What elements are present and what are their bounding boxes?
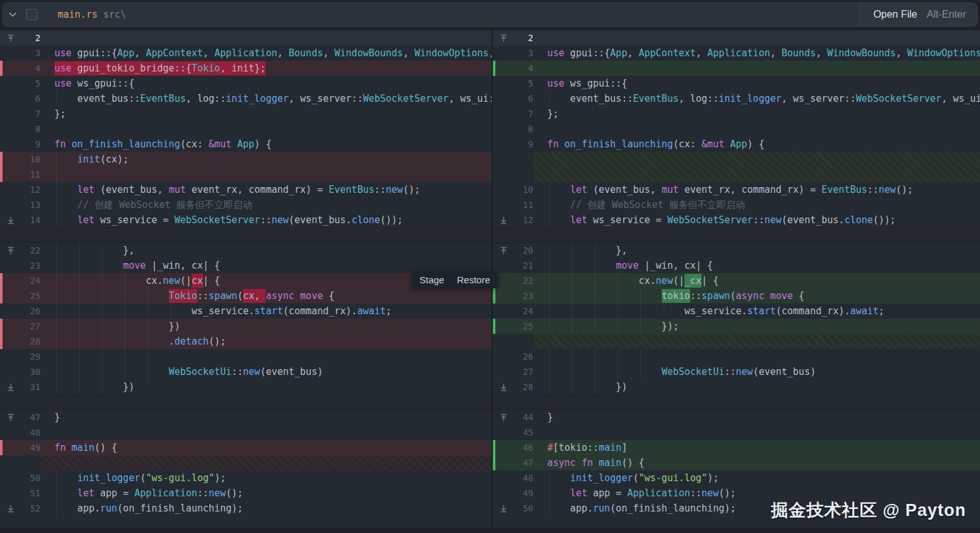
expand-up-icon[interactable] <box>495 30 512 46</box>
expand-down-icon[interactable] <box>3 379 19 395</box>
code-line: 7}; <box>493 106 980 121</box>
indent-guide <box>572 273 573 288</box>
line-number: 6 <box>512 91 533 106</box>
indent-guide <box>56 486 57 501</box>
line-number: 50 <box>512 501 533 516</box>
line-number: 20 <box>512 243 533 258</box>
line-number: 7 <box>512 106 533 121</box>
line-number: 4 <box>512 61 533 76</box>
expand-down-icon[interactable] <box>495 212 512 228</box>
line-number: 26 <box>512 349 533 364</box>
expand-up-icon[interactable] <box>3 243 19 258</box>
stage-button[interactable]: Stage <box>419 271 444 288</box>
code-text <box>54 425 492 440</box>
line-number: 29 <box>19 349 40 364</box>
line-number: 27 <box>19 319 40 334</box>
indent-guide <box>617 273 618 288</box>
indent-guide <box>549 319 550 334</box>
line-number: 25 <box>19 288 40 303</box>
code-text: init_logger("ws-gui.log"); <box>54 470 492 486</box>
code-line: 24 ws_service.start(command_rx).await; <box>493 303 980 319</box>
code-line: 20 }, <box>493 243 980 258</box>
chevron-down-icon[interactable] <box>3 12 22 17</box>
indent-guide <box>79 273 80 288</box>
expand-down-icon[interactable] <box>3 212 19 228</box>
indent-guide <box>640 303 641 319</box>
expand-down-icon[interactable] <box>495 501 512 516</box>
gutter-icon-slot <box>495 319 512 334</box>
code-line: 8 <box>0 121 492 137</box>
expand-up-icon[interactable] <box>3 30 19 46</box>
indent-guide <box>549 349 550 364</box>
line-number: 2 <box>19 30 40 46</box>
gutter-icon-slot <box>3 303 19 319</box>
code-text: }); <box>547 319 980 334</box>
expand-down-icon[interactable] <box>3 501 19 516</box>
indent-guide <box>56 470 57 486</box>
indent-guide <box>549 379 550 395</box>
indent-guide <box>572 349 573 364</box>
code-text: }, <box>547 243 980 258</box>
code-text: let ws_service = WebSocketServer::new(ev… <box>547 212 980 228</box>
code-text: use ws_gpui::{ <box>547 76 980 91</box>
indent-guide <box>572 364 573 379</box>
indent-guide <box>595 319 595 334</box>
indent-guide <box>79 364 80 379</box>
code-line: 51 let app = Application::new(); <box>0 486 492 501</box>
code-line: 47} <box>0 410 492 425</box>
code-line: 6 event_bus::EventBus, log::init_logger,… <box>0 91 492 106</box>
indent-guide <box>125 334 125 349</box>
filler-hatch-row <box>493 167 980 182</box>
added-line: 25 }); <box>493 319 980 334</box>
gutter-icon-slot <box>3 273 19 288</box>
line-number: 48 <box>512 470 533 486</box>
code-text: use gpui::{App, AppContext, Application,… <box>547 46 980 61</box>
gutter-icon-slot <box>495 303 512 319</box>
expand-row: 2 <box>0 30 492 46</box>
deleted-line: 10 init(cx); <box>0 152 492 167</box>
indent-guide <box>549 258 550 273</box>
expand-up-icon[interactable] <box>495 410 512 425</box>
restore-button[interactable]: Restore <box>457 271 490 288</box>
expand-up-icon[interactable] <box>495 243 512 258</box>
line-number: 27 <box>512 364 533 379</box>
indent-guide <box>549 273 550 288</box>
line-number: 3 <box>19 46 40 61</box>
open-file-button[interactable]: Open File Alt-Enter <box>860 3 977 26</box>
filler-hatch-row <box>493 152 980 167</box>
deleted-line: 11 <box>0 167 492 182</box>
line-number: 44 <box>512 410 533 425</box>
indent-guide <box>595 258 595 273</box>
indent-guide <box>572 258 573 273</box>
code-text: use gpui::{App, AppContext, Application,… <box>54 46 492 61</box>
deleted-line: 4use gpui_tokio_bridge::{Tokio, init}; <box>0 61 492 76</box>
stage-checkbox[interactable] <box>26 9 37 20</box>
indent-guide <box>147 319 148 334</box>
line-number: 30 <box>19 364 40 379</box>
indent-guide <box>125 273 125 288</box>
line-number: 8 <box>19 121 40 137</box>
filler-hatch-row <box>0 455 492 470</box>
gutter-icon-slot <box>3 440 19 455</box>
indent-guide <box>56 91 57 106</box>
bottom-edge-bar <box>0 528 980 533</box>
expand-down-icon[interactable] <box>495 379 512 395</box>
watermark-text: 掘金技术社区 @ Payton <box>771 499 966 522</box>
line-number: 9 <box>512 137 533 152</box>
indent-guide <box>102 319 102 334</box>
line-number: 9 <box>19 137 40 152</box>
code-text: #[tokio::main] <box>547 440 980 455</box>
code-text: use ws_gpui::{ <box>54 76 492 91</box>
gutter-icon-slot <box>3 182 19 197</box>
code-text: // 创建 WebSocket 服务但不立即启动 <box>547 197 980 212</box>
code-line: 13 // 创建 WebSocket 服务但不立即启动 <box>0 197 492 212</box>
indent-guide <box>125 288 125 303</box>
line-number: 3 <box>512 46 533 61</box>
line-number: 11 <box>19 167 40 182</box>
code-text: let (event_bus, mut event_rx, command_rx… <box>54 182 492 197</box>
gutter-icon-slot <box>495 91 512 106</box>
expand-up-icon[interactable] <box>3 410 19 425</box>
indent-guide <box>125 319 125 334</box>
code-line: 29 <box>0 349 492 364</box>
hunk-separator <box>493 228 980 243</box>
